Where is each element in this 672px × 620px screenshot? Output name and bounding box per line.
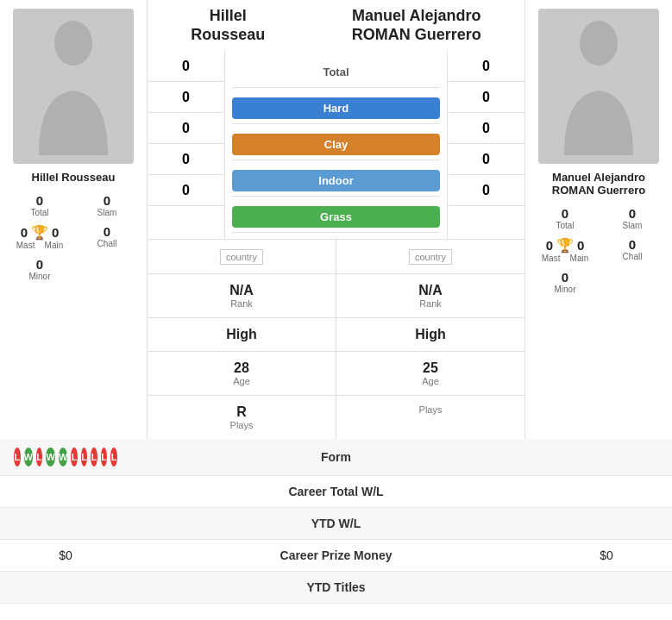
form-badges-container: LWLWWLLLLL (14, 448, 117, 467)
left-rank-value: N/A (154, 283, 329, 298)
right-age-cell: 25 Age (336, 352, 524, 395)
right-chall-label: Chall (601, 252, 663, 261)
right-age-label: Age (343, 376, 518, 386)
right-grass-score: 0 (448, 175, 524, 206)
left-clay-score: 0 (148, 113, 224, 144)
right-total-label: Total (534, 221, 596, 230)
left-player-panel: Hillel Rousseau 0 Total 0 Slam 0 🏆 (0, 0, 147, 439)
left-minor-value: 0 (9, 257, 71, 272)
right-indoor-score: 0 (448, 144, 524, 175)
right-player-card: Manuel Alejandro ROMAN Guerrero 0 Total … (525, 0, 672, 305)
right-chall-value: 0 (601, 237, 663, 252)
left-slam-cell: 0 Slam (74, 191, 140, 220)
surfaces-col: Total Hard Clay Indoor Grass (225, 51, 447, 239)
clay-tag: Clay (232, 134, 440, 155)
indoor-tag: Indoor (232, 170, 440, 191)
left-player-avatar (13, 9, 134, 164)
right-slam-value: 0 (601, 206, 663, 221)
form-badge-w: W (24, 448, 33, 467)
form-badge-l: L (101, 448, 108, 467)
left-main-value: 0 (52, 225, 59, 240)
form-badges-left: LWLWWLLLLL (14, 448, 117, 467)
age-row: 28 Age 25 Age (148, 351, 524, 395)
grass-row: Grass (232, 202, 440, 233)
form-badge-w: W (46, 448, 54, 467)
left-plays-label: Plays (154, 420, 329, 430)
left-rank-cell: N/A Rank (148, 274, 336, 317)
svg-point-1 (580, 21, 618, 66)
form-badge-l: L (14, 448, 21, 467)
ytd-wl-label: YTD W/L (117, 517, 555, 530)
right-high-cell: High (336, 318, 524, 351)
right-minor-value: 0 (534, 270, 596, 285)
form-badge-l: L (81, 448, 88, 467)
main-container: Hillel Rousseau 0 Total 0 Slam 0 🏆 (0, 0, 672, 604)
rank-row: N/A Rank N/A Rank (148, 273, 524, 317)
left-age-cell: 28 Age (148, 352, 336, 395)
left-scores-col: 0 0 0 0 0 (148, 51, 225, 239)
right-name-center: Manuel AlejandroROMAN Guerrero (352, 7, 481, 44)
right-scores-col: 0 0 0 0 0 (447, 51, 524, 239)
right-minor-label: Minor (534, 285, 596, 294)
info-rows-section: LWLWWLLLLL Form Career Total W/L YTD W/L… (0, 439, 672, 604)
form-badge-l: L (71, 448, 78, 467)
total-label: Total (232, 64, 440, 80)
left-player-card: Hillel Rousseau 0 Total 0 Slam 0 🏆 (0, 0, 147, 292)
career-total-row: Career Total W/L (0, 476, 672, 508)
left-chall-cell: 0 Chall (74, 222, 140, 253)
left-plays-value: R (154, 404, 329, 420)
right-stats-grid: 0 Total 0 Slam 0 🏆 0 Mast Main (532, 204, 665, 297)
left-player-name-card: Hillel Rousseau (32, 171, 116, 184)
high-row: High High (148, 317, 524, 351)
right-mast-cell: 0 🏆 0 Mast Main (532, 235, 598, 266)
left-total-cell: 0 Total (7, 191, 72, 220)
right-rank-label: Rank (343, 298, 518, 309)
career-prize-right: $0 (555, 548, 658, 562)
right-country-cell: country (336, 240, 524, 273)
right-mast-value: 0 (546, 238, 553, 253)
left-mast-value: 0 (21, 225, 28, 240)
left-indoor-score: 0 (148, 144, 224, 175)
right-trophy-row: 0 🏆 0 (534, 237, 596, 254)
left-minor-label: Minor (9, 272, 71, 281)
left-mast-cell: 0 🏆 0 Mast Main (7, 222, 72, 253)
career-prize-left: $0 (14, 548, 117, 562)
hard-tag: Hard (232, 97, 440, 119)
form-badge-l: L (36, 448, 43, 467)
career-total-label: Career Total W/L (117, 485, 555, 498)
right-player-avatar (538, 9, 659, 164)
left-hard-score: 0 (148, 82, 224, 113)
right-plays-label: Plays (343, 404, 518, 415)
right-clay-score: 0 (448, 113, 524, 144)
right-slam-label: Slam (601, 221, 663, 230)
form-badge-l: L (110, 448, 117, 467)
form-badge-l: L (91, 448, 97, 467)
left-avatar-silhouette (30, 17, 116, 155)
left-chall-value: 0 (76, 224, 138, 239)
top-section: Hillel Rousseau 0 Total 0 Slam 0 🏆 (0, 0, 672, 439)
left-country-flag: country (220, 249, 263, 265)
left-trophy-icon: 🏆 (31, 224, 48, 241)
right-total-cell: 0 Total (532, 204, 598, 233)
right-trophy-icon: 🏆 (556, 237, 574, 254)
left-high-value: High (154, 327, 329, 342)
left-age-label: Age (154, 376, 329, 386)
left-high-cell: High (148, 318, 336, 351)
right-hard-score: 0 (448, 82, 524, 113)
right-chall-cell: 0 Chall (600, 235, 665, 266)
left-trophy-row: 0 🏆 0 (9, 224, 71, 241)
left-total-label: Total (9, 208, 71, 217)
right-player-panel: Manuel Alejandro ROMAN Guerrero 0 Total … (525, 0, 672, 439)
right-total-value: 0 (534, 206, 596, 221)
ytd-wl-row: YTD W/L (0, 508, 672, 540)
right-rank-cell: N/A Rank (336, 274, 524, 317)
career-prize-row: $0 Career Prize Money $0 (0, 540, 672, 572)
right-minor-cell: 0 Minor (532, 267, 598, 297)
right-plays-cell: Plays (336, 396, 524, 439)
left-slam-label: Slam (76, 208, 138, 217)
total-row: Total (232, 57, 440, 88)
left-age-value: 28 (154, 360, 329, 376)
left-country-cell: country (148, 240, 336, 273)
left-total-value: 0 (9, 193, 71, 208)
country-row: country country (148, 239, 524, 273)
